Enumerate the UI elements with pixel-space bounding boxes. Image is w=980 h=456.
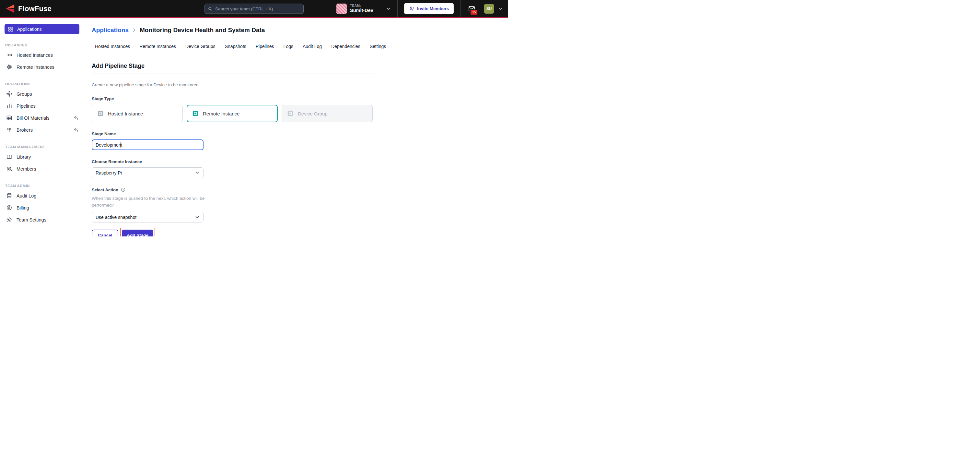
search-input[interactable] [215, 6, 301, 11]
header-right-group: TEAM: Sumit-Dev Invite Members [331, 0, 505, 17]
user-avatar[interactable]: SU [484, 4, 494, 14]
stage-type-hosted-instance[interactable]: Hosted Instance [92, 105, 183, 122]
chevron-down-icon [195, 170, 200, 175]
antenna-icon [6, 127, 12, 133]
info-icon[interactable] [121, 187, 126, 192]
members-icon [6, 166, 12, 172]
sidebar-item-label: Bill Of Materials [16, 115, 49, 121]
stage-type-device-group: Device Group [282, 105, 373, 122]
sidebar-item-label: Groups [16, 91, 32, 97]
stage-name-label: Stage Name [92, 131, 374, 136]
search-icon [208, 6, 213, 11]
tab-snapshots[interactable]: Snapshots [225, 42, 246, 51]
chevron-right-icon [132, 27, 137, 33]
groups-icon [6, 91, 12, 97]
remote-instance-label: Choose Remote Instance [92, 159, 374, 164]
database-icon [6, 193, 12, 199]
chip-icon [6, 64, 12, 70]
sidebar: Applications INSTANCES Hosted Instances … [0, 18, 84, 236]
team-search[interactable] [205, 3, 304, 14]
sparkles-icon [73, 115, 79, 121]
app-shell: Applications INSTANCES Hosted Instances … [0, 18, 508, 236]
logo-text: FlowFuse [18, 5, 51, 13]
tab-settings[interactable]: Settings [370, 42, 386, 51]
add-stage-button[interactable]: Add Stage [122, 230, 153, 236]
stage-type-remote-instance[interactable]: Remote Instance [187, 105, 278, 122]
sidebar-item-bill-of-materials[interactable]: Bill Of Materials [0, 112, 84, 124]
tab-device-groups[interactable]: Device Groups [185, 42, 215, 51]
remote-instance-select[interactable]: Raspberry Pi [92, 167, 204, 178]
sidebar-section-instances: INSTANCES [5, 43, 84, 47]
team-label: TEAM: [350, 4, 373, 8]
stage-type-options: Hosted Instance Remote Instance [92, 105, 374, 122]
sidebar-section-team-admin: TEAM ADMIN [5, 184, 84, 188]
book-icon [6, 154, 12, 160]
add-pipeline-stage-form: Add Pipeline Stage Create a new pipeline… [92, 62, 374, 236]
sidebar-item-applications[interactable]: Applications [5, 24, 80, 34]
sidebar-item-members[interactable]: Members [0, 163, 84, 175]
tab-bar: Hosted Instances Remote Instances Device… [92, 42, 498, 51]
sidebar-item-audit-log[interactable]: Audit Log [0, 190, 84, 202]
hosted-instance-icon [6, 52, 12, 58]
stage-type-option-label: Remote Instance [203, 111, 240, 116]
gear-icon [6, 217, 12, 223]
user-menu-chevron-icon[interactable] [498, 6, 503, 11]
tab-remote-instances[interactable]: Remote Instances [139, 42, 176, 51]
sidebar-item-library[interactable]: Library [0, 151, 84, 163]
cancel-button[interactable]: Cancel [92, 230, 118, 236]
stage-type-label: Stage Type [92, 96, 374, 101]
header-divider [397, 0, 398, 17]
user-plus-icon [409, 6, 415, 11]
sidebar-item-label: Audit Log [16, 193, 36, 198]
sidebar-section-operations: OPERATIONS [5, 82, 84, 86]
remote-instance-card-icon [192, 110, 199, 117]
team-avatar [336, 3, 347, 14]
notification-count-badge: 15 [470, 10, 478, 15]
tab-logs[interactable]: Logs [283, 42, 293, 51]
sidebar-item-brokers[interactable]: Brokers [0, 124, 84, 136]
remote-instance-selected-value: Raspberry Pi [95, 170, 122, 175]
tab-hosted-instances[interactable]: Hosted Instances [95, 42, 130, 51]
title-divider [92, 73, 374, 74]
breadcrumb-current: Monitoring Device Health and System Data [140, 27, 265, 34]
tab-dependencies[interactable]: Dependencies [331, 42, 360, 51]
form-actions: Cancel Add Stage [92, 230, 374, 236]
sidebar-item-label: Pipelines [16, 104, 36, 108]
table-icon [6, 115, 12, 121]
notifications-button[interactable]: 15 [468, 5, 476, 12]
app-root: FlowFuse TEAM: Sumit-Dev [0, 0, 508, 236]
device-group-card-icon [287, 110, 294, 117]
stage-name-input[interactable] [92, 139, 204, 150]
action-selected-value: Use active snapshot [95, 215, 137, 220]
sidebar-item-remote-instances[interactable]: Remote Instances [0, 61, 84, 73]
flowfuse-logo[interactable]: FlowFuse [5, 4, 51, 13]
stage-name-field [92, 139, 204, 150]
tab-audit-log[interactable]: Audit Log [303, 42, 322, 51]
sidebar-item-billing[interactable]: Billing [0, 202, 84, 214]
sidebar-item-hosted-instances[interactable]: Hosted Instances [0, 49, 84, 61]
sidebar-item-label: Members [16, 166, 36, 172]
breadcrumb-applications-link[interactable]: Applications [92, 27, 129, 34]
stage-type-option-label: Hosted Instance [108, 111, 143, 116]
select-action-label: Select Action [92, 187, 118, 192]
sidebar-item-label: Library [16, 155, 31, 159]
chevron-down-icon [386, 6, 391, 11]
invite-members-button[interactable]: Invite Members [404, 3, 454, 14]
sparkles-icon [73, 127, 79, 132]
team-selector[interactable]: TEAM: Sumit-Dev [331, 0, 397, 17]
sidebar-item-groups[interactable]: Groups [0, 88, 84, 100]
pipelines-icon [6, 103, 12, 109]
hosted-instance-card-icon [97, 110, 104, 117]
sidebar-section-team-management: TEAM MANAGEMENT [5, 145, 84, 149]
sidebar-item-label: Hosted Instances [16, 53, 53, 58]
sidebar-item-pipelines[interactable]: Pipelines [0, 100, 84, 112]
sidebar-item-label: Remote Instances [16, 65, 54, 70]
breadcrumb: Applications Monitoring Device Health an… [92, 27, 498, 34]
tab-pipelines[interactable]: Pipelines [256, 42, 274, 51]
text-cursor [121, 142, 121, 148]
action-select[interactable]: Use active snapshot [92, 212, 204, 223]
sidebar-item-team-settings[interactable]: Team Settings [0, 214, 84, 226]
select-action-label-row: Select Action [92, 187, 374, 192]
sidebar-item-label: Brokers [16, 128, 33, 132]
sidebar-item-label: Billing [16, 205, 29, 210]
